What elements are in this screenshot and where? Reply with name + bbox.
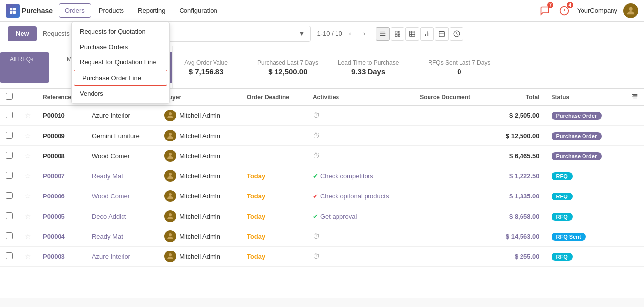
row-checkbox[interactable] bbox=[6, 172, 13, 179]
row-checkbox[interactable] bbox=[6, 132, 13, 139]
row-checkbox[interactable] bbox=[6, 212, 13, 219]
svg-rect-3 bbox=[13, 11, 16, 13]
view-kanban[interactable] bbox=[391, 27, 404, 41]
buyer-cell: Mitchell Admin bbox=[164, 150, 235, 162]
col-total: Total bbox=[490, 89, 546, 106]
col-buyer: Buyer bbox=[158, 89, 241, 106]
total-link[interactable]: $ 255.00 bbox=[515, 253, 540, 260]
pagination-prev[interactable]: ‹ bbox=[344, 28, 356, 40]
favorite-star[interactable]: ☆ bbox=[25, 212, 31, 220]
view-calendar[interactable] bbox=[435, 27, 449, 41]
dropdown-purchase-orders[interactable]: Purchase Orders bbox=[72, 39, 169, 55]
vendor-name: Azure Interior bbox=[92, 112, 130, 119]
row-checkbox[interactable] bbox=[6, 252, 13, 259]
view-activity[interactable] bbox=[450, 27, 463, 41]
favorite-star[interactable]: ☆ bbox=[25, 112, 31, 119]
reference-link[interactable]: P00006 bbox=[43, 193, 65, 200]
buyer-name: Mitchell Admin bbox=[179, 233, 220, 240]
pagination-next[interactable]: › bbox=[358, 28, 370, 40]
buyer-cell: Mitchell Admin bbox=[164, 210, 235, 222]
nav-products[interactable]: Products bbox=[93, 4, 130, 17]
svg-point-33 bbox=[169, 153, 172, 156]
buyer-name: Mitchell Admin bbox=[179, 193, 220, 200]
filter-all-rfqs[interactable]: All RFQs bbox=[0, 52, 49, 83]
messages-icon[interactable]: 7 bbox=[538, 4, 552, 18]
favorite-star[interactable]: ☆ bbox=[25, 132, 31, 140]
col-activities: Activities bbox=[307, 89, 414, 106]
buyer-name: Mitchell Admin bbox=[179, 112, 220, 119]
favorite-star[interactable]: ☆ bbox=[25, 172, 31, 180]
buyer-cell: Mitchell Admin bbox=[164, 251, 235, 262]
activity-label: Check competitors bbox=[320, 172, 373, 180]
activity-check-green[interactable]: ✔ Check competitors bbox=[313, 172, 408, 180]
total-link[interactable]: $ 8,658.00 bbox=[509, 213, 539, 220]
vendor-link[interactable]: Azure Interior bbox=[92, 253, 130, 260]
svg-point-36 bbox=[169, 213, 172, 216]
dropdown-rfq-line[interactable]: Request for Quotation Line bbox=[72, 55, 169, 70]
pagination-text: 1-10 / 10 bbox=[317, 30, 342, 37]
activity-check-green[interactable]: ✔ Get approval bbox=[313, 213, 408, 220]
check-green-icon: ✔ bbox=[313, 172, 318, 180]
orders-table: Reference Vendor Buyer Order Deadline Ac… bbox=[0, 89, 644, 298]
search-dropdown-icon[interactable]: ▼ bbox=[297, 28, 307, 39]
row-checkbox[interactable] bbox=[6, 152, 13, 159]
check-green-icon: ✔ bbox=[313, 213, 318, 220]
reference-link[interactable]: P00003 bbox=[43, 253, 65, 260]
dropdown-purchase-order-line[interactable]: Purchase Order Line bbox=[74, 70, 167, 86]
vendor-link[interactable]: Deco Addict bbox=[92, 213, 126, 220]
total-link[interactable]: $ 1,335.00 bbox=[509, 193, 539, 200]
new-button[interactable]: New bbox=[8, 26, 37, 41]
view-list[interactable] bbox=[376, 27, 390, 41]
view-chart[interactable] bbox=[420, 27, 434, 41]
nav-reporting[interactable]: Reporting bbox=[132, 4, 171, 17]
reference-link[interactable]: P00007 bbox=[43, 172, 65, 180]
status-purchase-badge: Purchase Order bbox=[552, 112, 602, 120]
row-checkbox[interactable] bbox=[6, 192, 13, 199]
total-link[interactable]: $ 1,222.50 bbox=[509, 172, 539, 180]
all-rfqs-count bbox=[10, 65, 39, 78]
view-table[interactable] bbox=[405, 27, 419, 41]
status-rfq-badge: RFQ bbox=[552, 172, 573, 180]
favorite-star[interactable]: ☆ bbox=[25, 232, 31, 240]
alerts-icon[interactable]: 4 bbox=[557, 4, 571, 18]
svg-rect-15 bbox=[410, 31, 415, 36]
activity-clock-icon: ⏱ bbox=[313, 252, 320, 260]
activity-check-red[interactable]: ✔ Check optional products bbox=[313, 193, 408, 200]
vendor-link[interactable]: Ready Mat bbox=[92, 172, 123, 180]
favorite-star[interactable]: ☆ bbox=[25, 152, 31, 160]
total-link[interactable]: $ 14,563.00 bbox=[506, 233, 540, 240]
table-row: ☆P00007Ready Mat Mitchell Admin Today ✔ … bbox=[0, 166, 644, 186]
dropdown-rfq[interactable]: Requests for Quotation bbox=[72, 24, 169, 39]
row-checkbox[interactable] bbox=[6, 112, 13, 118]
vendor-link[interactable]: Ready Mat bbox=[92, 233, 123, 240]
table-row: ☆P00005Deco Addict Mitchell Admin Today … bbox=[0, 206, 644, 226]
user-avatar[interactable] bbox=[623, 3, 638, 18]
stat-avg-order: Avg Order Value $ 7,156.83 bbox=[184, 59, 228, 76]
check-red-icon: ✔ bbox=[313, 193, 318, 200]
stat-lead-time: Lead Time to Purchase 9.33 Days bbox=[338, 59, 399, 76]
buyer-avatar bbox=[164, 170, 176, 182]
reference-text: P00010 bbox=[43, 112, 65, 119]
nav-configuration[interactable]: Configuration bbox=[173, 4, 223, 17]
reference-link[interactable]: P00004 bbox=[43, 233, 65, 240]
svg-rect-22 bbox=[439, 31, 445, 37]
select-all-checkbox[interactable] bbox=[6, 93, 13, 100]
table-row: ☆P00008Wood Corner Mitchell Admin ⏱$ 6,4… bbox=[0, 146, 644, 166]
nav-orders[interactable]: Orders bbox=[59, 3, 91, 18]
company-name: YourCompany bbox=[577, 7, 617, 14]
favorite-star[interactable]: ☆ bbox=[25, 192, 31, 200]
deadline-today: Today bbox=[247, 172, 265, 180]
reference-link[interactable]: P00005 bbox=[43, 213, 65, 220]
favorite-star[interactable]: ☆ bbox=[25, 252, 31, 260]
reference-text: P00008 bbox=[43, 152, 65, 160]
vendor-link[interactable]: Wood Corner bbox=[92, 193, 130, 200]
col-settings[interactable] bbox=[621, 89, 644, 106]
app-title: Purchase bbox=[22, 7, 53, 15]
dropdown-vendors[interactable]: Vendors bbox=[72, 86, 169, 101]
svg-rect-12 bbox=[398, 31, 400, 33]
buyer-avatar bbox=[164, 230, 176, 242]
buyer-name: Mitchell Admin bbox=[179, 152, 220, 160]
activity-label: Get approval bbox=[320, 213, 357, 220]
stats-right: Avg Order Value $ 7,156.83 Purchased Las… bbox=[173, 46, 644, 88]
row-checkbox[interactable] bbox=[6, 232, 13, 239]
